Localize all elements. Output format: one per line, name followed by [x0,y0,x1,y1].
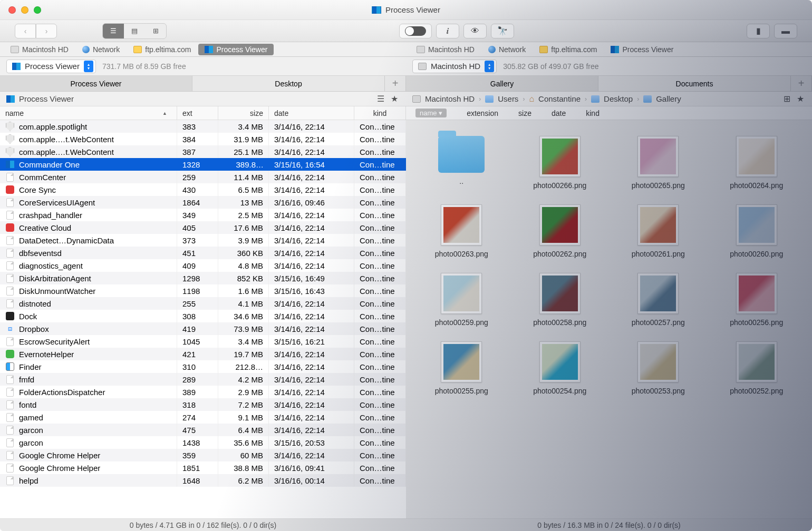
gallery-item[interactable]: photo00260.png [712,204,802,258]
table-row[interactable]: garcon4756.4 MB3/14/16, 22:14Con…tine [0,424,406,436]
table-row[interactable]: ⧈Dropbox41973.9 MB3/14/16, 22:14Con…tine [0,322,406,335]
table-row[interactable]: fontd3187.2 MB3/14/16, 22:14Con…tine [0,398,406,411]
col-date[interactable]: date [546,106,571,120]
minimize-button[interactable] [21,6,28,14]
pane-tab[interactable]: Network [482,44,532,55]
gallery-item[interactable]: photo00255.png [417,341,507,395]
left-location-select[interactable]: Process Viewer ▲▼ [6,60,96,73]
col-size[interactable]: size [513,106,537,120]
file-name: crashpad_handler [19,211,82,220]
col-name[interactable]: name ▾ [410,106,452,120]
table-row[interactable]: dbfseventsd451360 KB3/14/16, 22:14Con…ti… [0,247,406,259]
table-row[interactable]: distnoted2554.1 MB3/14/16, 22:14Con…tine [0,297,406,310]
table-row[interactable]: EscrowSecurityAlert10453.4 MB3/15/16, 16… [0,335,406,348]
left-panel-tab-inactive[interactable]: Desktop [192,76,385,92]
forward-button[interactable]: › [36,24,57,38]
table-row[interactable]: Commander One1328389.8…3/15/16, 16:54Con… [0,158,406,171]
table-row[interactable]: DiskUnmountWatcher11981.6 MB3/15/16, 16:… [0,284,406,297]
col-size[interactable]: size [218,106,269,120]
breadcrumb-item[interactable]: Constantine [538,94,581,103]
gallery-item[interactable]: photo00257.png [613,273,703,327]
gallery-item[interactable]: photo00264.png [712,136,802,190]
maximize-button[interactable] [34,6,41,14]
right-panel-tab-inactive[interactable]: Documents [598,76,791,92]
right-panel-tab-active[interactable]: Gallery [406,76,598,92]
pane-tab[interactable]: ftp.eltima.com [127,44,197,55]
binoculars-button[interactable]: 🔭 [491,24,514,38]
pane-tab[interactable]: Process Viewer [604,44,680,55]
gallery-item[interactable]: photo00259.png [417,273,507,327]
left-file-list[interactable]: com.apple.spotlight3833.4 MB3/14/16, 22:… [0,120,406,518]
view-list-button[interactable]: ☰ [103,24,124,38]
back-button[interactable]: ‹ [15,24,36,38]
table-row[interactable]: FolderActionsDispatcher3892.9 MB3/14/16,… [0,386,406,398]
view-grid-button[interactable]: ⊞ [145,24,166,38]
col-ext[interactable]: ext [177,106,218,120]
table-row[interactable]: Creative Cloud40517.6 MB3/14/16, 22:14Co… [0,221,406,234]
file-name: FolderActionsDispatcher [19,388,105,397]
right-location-select[interactable]: Macintosh HD ▲▼ [412,60,497,73]
right-gallery-pane[interactable]: ..photo00266.pngphoto00265.pngphoto00264… [406,120,812,518]
right-add-tab-button[interactable]: + [791,76,812,92]
table-row[interactable]: Google Chrome Helper185138.8 MB3/16/16, … [0,461,406,474]
close-button[interactable] [8,6,16,14]
view-columns-button[interactable]: ▤ [124,24,145,38]
table-row[interactable]: Google Chrome Helper35960 MB3/14/16, 22:… [0,449,406,461]
gallery-item[interactable]: photo00258.png [515,273,605,327]
file-kind: Con…tine [354,322,406,335]
table-row[interactable]: EvernoteHelper42119.7 MB3/14/16, 22:14Co… [0,348,406,360]
gallery-item[interactable]: photo00256.png [712,273,802,327]
table-row[interactable]: com.apple.spotlight3833.4 MB3/14/16, 22:… [0,120,406,133]
col-name[interactable]: name▲ [0,106,177,120]
favorite-icon[interactable]: ★ [795,94,806,104]
gallery-item[interactable]: photo00262.png [515,204,605,258]
left-panel-tab-active[interactable]: Process Viewer [0,76,192,92]
left-breadcrumb-label[interactable]: Process Viewer [19,94,74,103]
pane-tab[interactable]: Process Viewer [198,44,274,55]
table-row[interactable]: diagnostics_agent4094.8 MB3/14/16, 22:14… [0,259,406,272]
gallery-item[interactable]: photo00253.png [613,341,703,395]
col-date[interactable]: date [269,106,354,120]
table-row[interactable]: Finder310212.8…3/14/16, 22:14Con…tine [0,360,406,373]
pane-tab[interactable]: ftp.eltima.com [533,44,603,55]
table-row[interactable]: helpd16486.2 MB3/16/16, 00:14Con…tine [0,474,406,487]
info-button[interactable]: 𝒊 [436,24,459,38]
table-row[interactable]: crashpad_handler3492.5 MB3/14/16, 22:14C… [0,209,406,221]
table-row[interactable]: com.apple.…t.WebContent38431.9 MB3/14/16… [0,133,406,145]
table-row[interactable]: com.apple.…t.WebContent38725.1 MB3/14/16… [0,145,406,158]
table-row[interactable]: Core Sync4306.5 MB3/14/16, 22:14Con…tine [0,183,406,196]
breadcrumb-item[interactable]: Users [498,94,518,103]
gallery-item[interactable]: photo00265.png [613,136,703,190]
archive-button[interactable]: ▮ [747,24,770,38]
breadcrumb-item[interactable]: Macintosh HD [425,94,475,103]
table-row[interactable]: DiskArbitrationAgent1298852 KB3/15/16, 1… [0,272,406,284]
table-row[interactable]: CommCenter25911.4 MB3/14/16, 22:14Con…ti… [0,171,406,183]
list-mode-icon[interactable]: ☰ [375,94,386,104]
left-add-tab-button[interactable]: + [385,76,406,92]
col-kind[interactable]: kind [581,106,605,120]
col-kind[interactable]: kind [354,106,406,120]
table-row[interactable]: DataDetect…DynamicData3733.9 MB3/14/16, … [0,234,406,247]
preview-button[interactable]: 👁 [463,24,487,38]
gallery-item[interactable]: photo00263.png [417,204,507,258]
table-row[interactable]: Dock30834.6 MB3/14/16, 22:14Con…tine [0,310,406,322]
gallery-item[interactable]: photo00254.png [515,341,605,395]
connect-button[interactable]: ▬ [774,24,797,38]
table-row[interactable]: garcon143835.6 MB3/15/16, 20:53Con…tine [0,436,406,449]
favorite-icon[interactable]: ★ [389,94,400,104]
gallery-item[interactable]: photo00266.png [515,136,605,190]
table-row[interactable]: gamed2749.1 MB3/14/16, 22:14Con…tine [0,411,406,424]
gallery-item[interactable]: .. [417,136,507,190]
table-row[interactable]: CoreServicesUIAgent186413 MB3/16/16, 09:… [0,196,406,209]
pane-tab[interactable]: Macintosh HD [4,44,75,55]
table-row[interactable]: fmfd2894.2 MB3/14/16, 22:14Con…tine [0,373,406,386]
grid-mode-icon[interactable]: ⊞ [781,94,792,104]
col-ext[interactable]: extension [461,106,504,120]
mode-toggle[interactable] [399,24,432,38]
breadcrumb-item[interactable]: Desktop [604,94,633,103]
pane-tab[interactable]: Network [76,44,126,55]
pane-tab[interactable]: Macintosh HD [410,44,481,55]
breadcrumb-item[interactable]: Gallery [656,94,681,103]
gallery-item[interactable]: photo00252.png [712,341,802,395]
gallery-item[interactable]: photo00261.png [613,204,703,258]
